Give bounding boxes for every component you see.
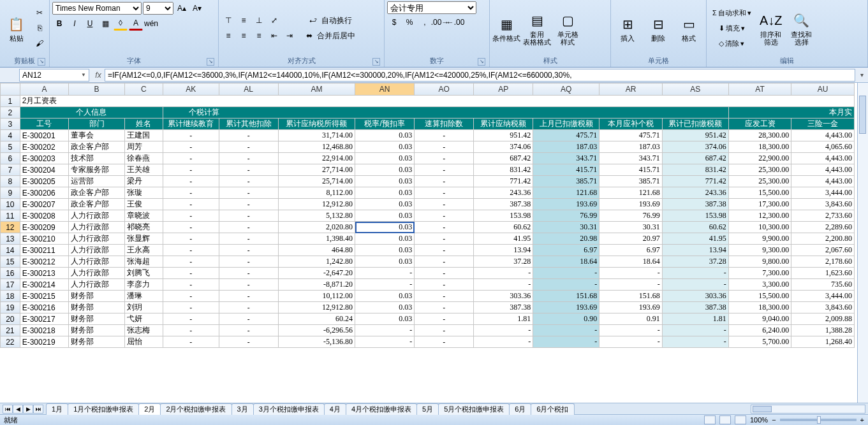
- sheet-tab[interactable]: 4月: [324, 403, 346, 415]
- cell[interactable]: -: [163, 325, 219, 336]
- cell[interactable]: -: [219, 199, 278, 210]
- cell[interactable]: 2,200.80: [791, 233, 855, 245]
- cell[interactable]: 3,444.00: [791, 291, 855, 302]
- cell[interactable]: E-300215: [20, 291, 69, 302]
- cell[interactable]: -: [533, 325, 600, 336]
- cell[interactable]: 王关雄: [124, 164, 163, 176]
- cell[interactable]: -: [415, 279, 474, 291]
- cell[interactable]: 735.60: [791, 279, 855, 291]
- col-header[interactable]: AM: [278, 83, 355, 96]
- cell[interactable]: 5,700.00: [728, 336, 791, 348]
- row-header[interactable]: 20: [1, 313, 20, 325]
- sheet-tab[interactable]: 6月个税扣: [531, 403, 574, 415]
- cell[interactable]: -: [355, 336, 415, 348]
- merge-center-button[interactable]: ⬌ 合并后居中: [303, 29, 358, 43]
- view-normal-button[interactable]: [704, 415, 716, 424]
- cell[interactable]: 4,443.00: [791, 176, 855, 187]
- insert-button[interactable]: ⊞插入: [614, 5, 642, 51]
- cell[interactable]: 193.69: [533, 302, 600, 313]
- cell[interactable]: 60.24: [278, 313, 355, 325]
- italic-button[interactable]: I: [68, 17, 82, 31]
- cell[interactable]: 0.03: [355, 141, 415, 153]
- cell[interactable]: E-300202: [20, 141, 69, 153]
- cell[interactable]: 41.95: [474, 233, 533, 245]
- cell[interactable]: -: [163, 291, 219, 302]
- cell[interactable]: 王俊: [124, 199, 163, 210]
- cell[interactable]: 王建国: [124, 130, 163, 141]
- row-header[interactable]: 10: [1, 199, 20, 210]
- worksheet-grid[interactable]: ABCAKALAMANAOAPAQARASATAU12月工资表2个人信息个税计算…: [0, 83, 868, 403]
- cell[interactable]: 1,623.60: [791, 268, 855, 279]
- cell[interactable]: 6.97: [533, 245, 600, 256]
- cell[interactable]: 12,912.80: [278, 302, 355, 313]
- sheet-tab[interactable]: 3月: [232, 403, 254, 415]
- currency-button[interactable]: $: [387, 15, 401, 29]
- cell[interactable]: 政企客户部: [69, 141, 125, 153]
- cell[interactable]: 25,300.00: [728, 176, 791, 187]
- cell[interactable]: 8,112.00: [278, 187, 355, 199]
- cell[interactable]: 2,733.60: [791, 210, 855, 222]
- cell[interactable]: 243.36: [662, 187, 728, 199]
- border-button[interactable]: ▦: [98, 17, 112, 31]
- cell[interactable]: -: [163, 153, 219, 164]
- cell[interactable]: 0.03: [355, 210, 415, 222]
- cell[interactable]: 1,388.28: [791, 325, 855, 336]
- cell[interactable]: 60.62: [662, 222, 728, 233]
- cell[interactable]: 187.03: [600, 141, 663, 153]
- cell[interactable]: 1.81: [662, 313, 728, 325]
- cell[interactable]: 梁丹: [124, 176, 163, 187]
- col-header[interactable]: B: [69, 83, 125, 96]
- row-header[interactable]: 21: [1, 325, 20, 336]
- cell[interactable]: -: [219, 291, 278, 302]
- cell[interactable]: -: [415, 256, 474, 268]
- cell[interactable]: 运营部: [69, 176, 125, 187]
- cell[interactable]: 6,240.00: [728, 325, 791, 336]
- cell[interactable]: 张海超: [124, 256, 163, 268]
- cell[interactable]: 387.38: [662, 302, 728, 313]
- cell[interactable]: -: [474, 325, 533, 336]
- cell[interactable]: -: [163, 130, 219, 141]
- col-header[interactable]: AU: [791, 83, 855, 96]
- cell[interactable]: -: [163, 176, 219, 187]
- col-header[interactable]: AN: [355, 83, 415, 96]
- cell[interactable]: -: [219, 256, 278, 268]
- cell[interactable]: 0.03: [355, 302, 415, 313]
- cell[interactable]: 153.98: [474, 210, 533, 222]
- cell[interactable]: E-300213: [20, 268, 69, 279]
- row-header[interactable]: 8: [1, 176, 20, 187]
- cell[interactable]: -: [662, 279, 728, 291]
- row-header[interactable]: 7: [1, 164, 20, 176]
- cell[interactable]: -: [533, 336, 600, 348]
- cell[interactable]: 人力行政部: [69, 210, 125, 222]
- launcher-icon[interactable]: ↘: [38, 58, 45, 66]
- cell[interactable]: -: [219, 233, 278, 245]
- cell[interactable]: 20.97: [600, 233, 663, 245]
- zoom-slider[interactable]: [780, 419, 857, 421]
- col-header[interactable]: AR: [600, 83, 663, 96]
- cell[interactable]: 祁晓亮: [124, 222, 163, 233]
- cell[interactable]: 303.36: [474, 291, 533, 302]
- cell[interactable]: -6,296.56: [278, 325, 355, 336]
- cell[interactable]: -: [662, 268, 728, 279]
- cell[interactable]: E-300214: [20, 279, 69, 291]
- cell[interactable]: -: [415, 268, 474, 279]
- view-break-button[interactable]: [735, 415, 746, 424]
- cell[interactable]: 151.68: [533, 291, 600, 302]
- cell[interactable]: 76.99: [533, 210, 600, 222]
- cell[interactable]: 387.38: [474, 302, 533, 313]
- align-bottom-button[interactable]: ⊥: [252, 13, 266, 27]
- cell[interactable]: -: [163, 336, 219, 348]
- cell[interactable]: 李彦力: [124, 279, 163, 291]
- cell[interactable]: 17,300.00: [728, 199, 791, 210]
- cell[interactable]: -: [163, 199, 219, 210]
- cell[interactable]: 徐春燕: [124, 153, 163, 164]
- cell[interactable]: 技术部: [69, 153, 125, 164]
- cell[interactable]: 385.71: [600, 176, 663, 187]
- row-header[interactable]: 22: [1, 336, 20, 348]
- cell[interactable]: -: [415, 130, 474, 141]
- cell[interactable]: 18,300.00: [728, 302, 791, 313]
- indent-dec-button[interactable]: ⇤: [267, 29, 281, 43]
- font-size-select[interactable]: 9: [143, 2, 173, 15]
- cell[interactable]: 2,178.60: [791, 256, 855, 268]
- expand-formula-button[interactable]: ▾: [855, 71, 868, 78]
